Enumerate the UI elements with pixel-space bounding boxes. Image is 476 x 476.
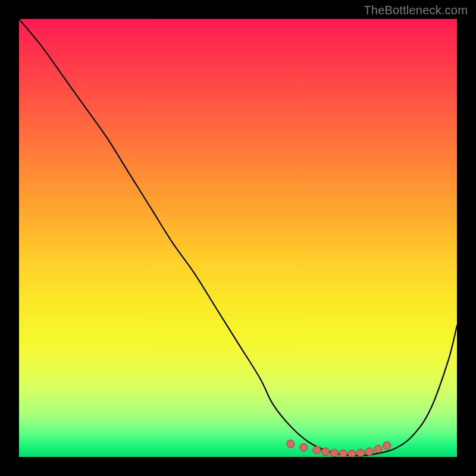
optimal-marker — [313, 446, 321, 454]
optimal-marker — [339, 450, 347, 457]
optimal-marker — [357, 449, 365, 457]
optimal-marker — [365, 448, 373, 456]
optimal-marker — [322, 448, 330, 456]
optimal-marker — [300, 443, 308, 451]
optimal-marker — [330, 449, 338, 457]
optimal-marker — [348, 450, 356, 457]
optimal-marker — [287, 440, 295, 447]
chart-stage: TheBottleneck.com — [0, 0, 476, 476]
bottleneck-curve — [19, 19, 457, 456]
optimal-marker — [374, 445, 382, 453]
plot-area — [19, 19, 457, 457]
watermark-text: TheBottleneck.com — [364, 4, 468, 17]
plot-svg — [19, 19, 457, 457]
optimal-marker — [383, 441, 391, 449]
